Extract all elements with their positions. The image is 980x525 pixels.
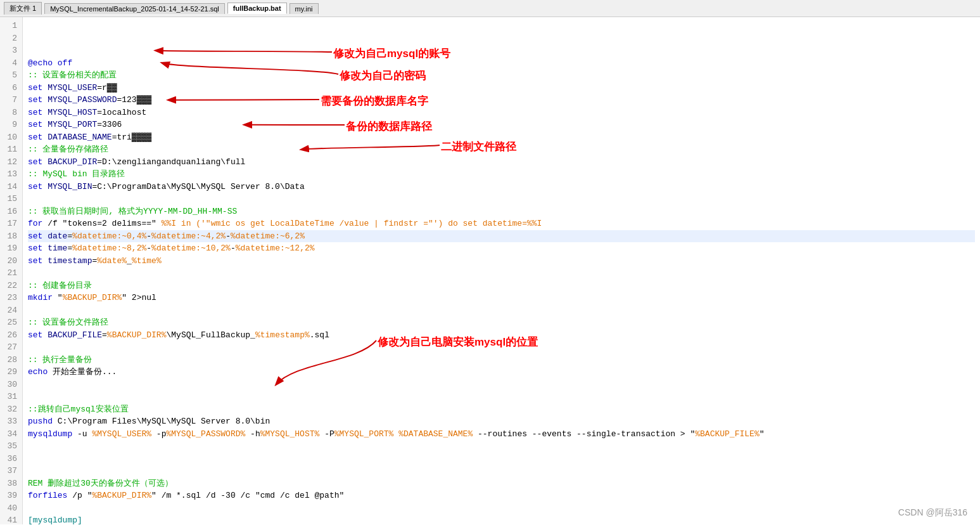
code-line-7: set DATABASE_NAME=tri▓▓▓▓	[28, 131, 975, 144]
code-line-32	[28, 440, 975, 453]
line-number-39: 39	[5, 489, 17, 502]
watermark: CSDN @阿岳316	[898, 507, 967, 519]
line-number-19: 19	[5, 242, 17, 255]
code-line-33	[28, 453, 975, 465]
line-number-30: 30	[5, 379, 17, 391]
code-line-27	[28, 379, 975, 391]
line-number-25: 25	[5, 316, 17, 329]
code-line-23: set BACKUP_FILE=%BACKUP_DIR%\MySQL_FullB…	[28, 329, 975, 342]
code-line-12	[28, 193, 975, 205]
line-number-32: 32	[5, 403, 17, 416]
code-line-11: set MYSQL_BIN=C:\ProgramData\MySQL\MySQL…	[28, 181, 975, 193]
tab-myini[interactable]: my.ini	[290, 3, 319, 14]
code-line-30: pushd C:\Program Files\MySQL\MySQL Serve…	[28, 415, 975, 428]
code-line-35: REM 删除超过30天的备份文件（可选）	[28, 477, 975, 490]
line-number-23: 23	[5, 292, 17, 304]
code-line-2: :: 设置备份相关的配置	[28, 69, 975, 82]
line-number-5: 5	[5, 69, 17, 82]
line-number-20: 20	[5, 255, 17, 268]
tab-new-file[interactable]: 新文件 1	[4, 2, 42, 15]
code-line-8: :: 全量备份存储路径	[28, 143, 975, 156]
code-line-25: :: 执行全量备份	[28, 354, 975, 366]
code-line-16: set time=%datetime:~8,2%-%datetime:~10,2…	[28, 242, 975, 255]
code-line-14: for /f "tokens=2 delims==" %%I in ('"wmi…	[28, 217, 975, 230]
line-number-33: 33	[5, 415, 17, 428]
code-line-19: :: 创建备份目录	[28, 280, 975, 292]
line-number-28: 28	[5, 354, 17, 366]
line-number-3: 3	[5, 44, 17, 57]
line-number-14: 14	[5, 181, 17, 193]
code-line-13: :: 获取当前日期时间, 格式为YYYY-MM-DD_HH-MM-SS	[28, 205, 975, 218]
line-number-10: 10	[5, 131, 17, 144]
line-number-8: 8	[5, 107, 17, 119]
code-line-5: set MYSQL_HOST=localhost	[28, 107, 975, 119]
tab-bar[interactable]: 新文件 1 MySQL_IncrementalBackup_2025-01-14…	[0, 0, 980, 17]
code-line-6: set MYSQL_PORT=3306	[28, 119, 975, 131]
line-number-11: 11	[5, 143, 17, 156]
line-number-9: 9	[5, 119, 17, 131]
code-area[interactable]: @echo off:: 设置备份相关的配置set MYSQL_USER=r▓▓s…	[23, 17, 980, 524]
line-number-36: 36	[5, 453, 17, 465]
code-line-37	[28, 502, 975, 515]
line-number-40: 40	[5, 502, 17, 515]
code-line-29: ::跳转自己mysql安装位置	[28, 403, 975, 416]
line-number-24: 24	[5, 304, 17, 317]
line-number-29: 29	[5, 366, 17, 379]
line-number-13: 13	[5, 168, 17, 181]
code-line-31: mysqldump -u %MYSQL_USER% -p%MYSQL_PASSW…	[28, 428, 975, 441]
code-line-24	[28, 341, 975, 354]
code-line-18	[28, 267, 975, 280]
code-line-9: set BACKUP_DIR=D:\zengliangandquanliang\…	[28, 156, 975, 169]
line-number-21: 21	[5, 267, 17, 280]
line-number-6: 6	[5, 82, 17, 94]
line-numbers: 1234567891011121314151617181920212223242…	[0, 17, 23, 524]
code-line-3: set MYSQL_USER=r▓▓	[28, 82, 975, 94]
line-number-34: 34	[5, 428, 17, 441]
line-number-26: 26	[5, 329, 17, 342]
code-line-4: set MYSQL_PASSWORD=123▓▓▓	[28, 94, 975, 107]
code-line-15: set date=%datetime:~0,4%-%datetime:~4,2%…	[28, 230, 975, 243]
code-line-17: set timestamp=%date%_%time%	[28, 255, 975, 268]
tab-incremental[interactable]: MySQL_IncrementalBackup_2025-01-14_14-52…	[44, 3, 225, 14]
line-number-35: 35	[5, 440, 17, 453]
line-number-16: 16	[5, 205, 17, 218]
line-number-41: 41	[5, 514, 17, 524]
code-line-28	[28, 391, 975, 403]
line-number-27: 27	[5, 341, 17, 354]
title-bar: 新文件 1 MySQL_IncrementalBackup_2025-01-14…	[0, 0, 980, 17]
code-line-38: [mysqldump]	[28, 514, 975, 524]
code-line-21	[28, 304, 975, 317]
line-number-4: 4	[5, 57, 17, 70]
code-line-36: forfiles /p "%BACKUP_DIR%" /m *.sql /d -…	[28, 489, 975, 502]
line-number-18: 18	[5, 230, 17, 243]
line-number-31: 31	[5, 391, 17, 403]
editor-container: 1234567891011121314151617181920212223242…	[0, 17, 980, 524]
tab-fullbackup[interactable]: fullBackup.bat	[227, 3, 287, 14]
code-line-1: @echo off	[28, 57, 975, 70]
code-line-20: mkdir "%BACKUP_DIR%" 2>nul	[28, 292, 975, 304]
line-number-15: 15	[5, 193, 17, 205]
line-number-17: 17	[5, 217, 17, 230]
line-number-7: 7	[5, 94, 17, 107]
code-line-22: :: 设置备份文件路径	[28, 316, 975, 329]
line-number-1: 1	[5, 20, 17, 32]
code-line-26: echo 开始全量备份...	[28, 366, 975, 379]
code-line-34	[28, 465, 975, 477]
line-number-38: 38	[5, 477, 17, 490]
line-number-22: 22	[5, 280, 17, 292]
line-number-12: 12	[5, 156, 17, 169]
code-line-10: :: MySQL bin 目录路径	[28, 168, 975, 181]
line-number-37: 37	[5, 465, 17, 477]
line-number-2: 2	[5, 32, 17, 45]
